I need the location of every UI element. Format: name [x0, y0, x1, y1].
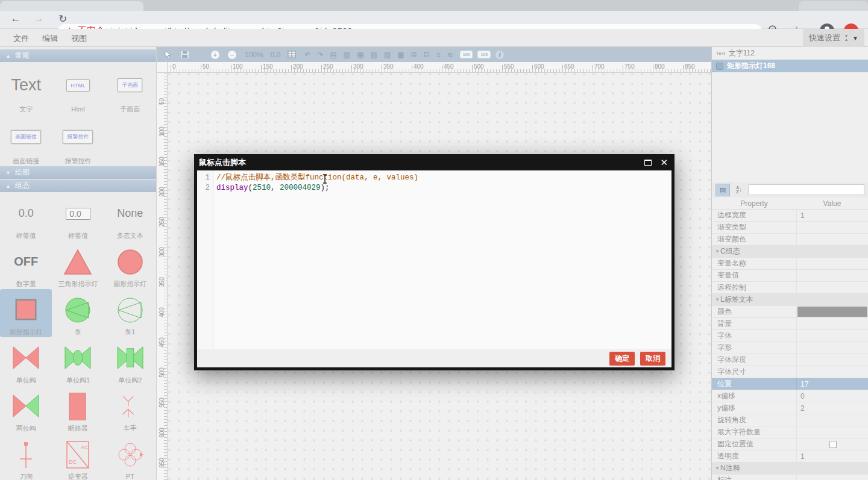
- palette-item[interactable]: 单位阀2: [104, 337, 156, 385]
- zoom-in-icon[interactable]: +: [211, 51, 219, 59]
- property-value[interactable]: [796, 222, 868, 233]
- property-row[interactable]: 字体深度: [712, 354, 868, 366]
- property-value[interactable]: [796, 306, 868, 317]
- select-cursor-icon[interactable]: [164, 50, 172, 59]
- object-list-item[interactable]: 矩形指示灯168: [712, 60, 868, 72]
- property-value[interactable]: [796, 270, 868, 281]
- palette-item[interactable]: 单位阀1: [52, 337, 104, 385]
- chevron-down-icon[interactable]: ▼: [852, 35, 858, 42]
- color-swatch[interactable]: [797, 307, 867, 317]
- palette-item[interactable]: 画面链接画面链接: [0, 114, 52, 166]
- code-editor[interactable]: 12 //鼠标点击脚本,函数类型function(data, e, values…: [197, 170, 671, 349]
- property-value[interactable]: [796, 234, 868, 245]
- property-group-row[interactable]: ▼N注释: [712, 463, 868, 475]
- save-icon[interactable]: [180, 51, 203, 59]
- palette-item[interactable]: HTMLHtml: [52, 63, 104, 114]
- property-row[interactable]: 边框宽度1: [712, 210, 868, 222]
- property-value[interactable]: [796, 366, 868, 378]
- cancel-button[interactable]: 取消: [640, 352, 665, 366]
- browser-tab[interactable]: [0, 1, 143, 11]
- az-sort-button[interactable]: AZ ↓: [732, 184, 746, 196]
- property-row[interactable]: x偏移0: [712, 390, 868, 402]
- forward-icon[interactable]: →: [31, 13, 46, 25]
- property-value[interactable]: [796, 475, 868, 480]
- property-row[interactable]: 变量值: [712, 270, 868, 282]
- property-value[interactable]: 0: [796, 390, 868, 402]
- section-header[interactable]: ▲组态: [0, 179, 156, 192]
- palette-item[interactable]: 子画面子画面: [104, 63, 156, 114]
- canvas-size-badge[interactable]: 100: [460, 51, 473, 58]
- reload-icon[interactable]: ↻: [55, 13, 70, 25]
- canvas-size-badge[interactable]: 100: [477, 51, 491, 58]
- zoom-out-icon[interactable]: −: [228, 51, 236, 59]
- palette-item[interactable]: Text文字: [0, 63, 52, 114]
- property-row[interactable]: 最大字符数量: [712, 426, 868, 438]
- palette-item[interactable]: 圆形指示灯: [104, 241, 156, 289]
- menu-item[interactable]: 文件: [13, 33, 29, 44]
- collapse-panels-icon[interactable]: ▾▴: [845, 34, 848, 42]
- palette-item[interactable]: 两位阀: [0, 385, 52, 434]
- checkbox[interactable]: [829, 441, 837, 448]
- property-value[interactable]: [796, 438, 868, 450]
- palette-item[interactable]: 三角形指示灯: [52, 241, 104, 289]
- property-value[interactable]: 17: [796, 378, 868, 390]
- property-value[interactable]: [796, 414, 868, 426]
- palette-item[interactable]: 0.0标签值: [0, 193, 52, 241]
- back-icon[interactable]: ←: [8, 13, 23, 25]
- property-value[interactable]: 2: [796, 402, 868, 414]
- close-icon[interactable]: ✕: [660, 158, 668, 167]
- property-row[interactable]: 字体尺寸: [712, 366, 868, 378]
- dialog-title-bar[interactable]: 鼠标点击脚本 ✕: [197, 154, 671, 170]
- palette-item[interactable]: 车手: [104, 385, 156, 434]
- property-row[interactable]: 颜色: [712, 306, 868, 318]
- palette-item[interactable]: 断路器: [52, 385, 104, 434]
- property-row[interactable]: 渐变类型: [712, 222, 868, 234]
- browser-tab-secondary[interactable]: [799, 1, 868, 11]
- property-row[interactable]: 字形: [712, 342, 868, 354]
- property-row[interactable]: 变量名称: [712, 258, 868, 270]
- palette-item[interactable]: 0.0标签值: [52, 193, 104, 241]
- palette-item[interactable]: 泵: [52, 289, 104, 337]
- property-row[interactable]: 字体: [712, 330, 868, 342]
- property-row[interactable]: 远程控制: [712, 282, 868, 294]
- menu-item[interactable]: 视图: [71, 33, 87, 44]
- property-group-row[interactable]: ▼C组态: [712, 246, 868, 258]
- property-group-row[interactable]: ▼L标签文本: [712, 294, 868, 306]
- maximize-icon[interactable]: [644, 160, 652, 166]
- property-value[interactable]: [796, 318, 868, 329]
- property-value[interactable]: [796, 258, 868, 269]
- palette-item[interactable]: 单位阀: [0, 337, 52, 385]
- property-value[interactable]: 1: [796, 210, 868, 221]
- quick-settings[interactable]: 快速设置 ▾▴ ▼: [803, 29, 864, 47]
- palette-item[interactable]: None多态文本: [104, 193, 156, 241]
- property-value[interactable]: [796, 426, 868, 438]
- categorize-button[interactable]: ▤: [715, 184, 730, 196]
- menu-item[interactable]: 编辑: [42, 33, 58, 44]
- object-list-item[interactable]: Text文字112: [712, 47, 868, 60]
- palette-item[interactable]: 泵1: [104, 289, 156, 337]
- section-header[interactable]: ▲常规: [0, 49, 156, 62]
- property-value[interactable]: [796, 354, 868, 366]
- palette-item[interactable]: PT: [104, 434, 156, 480]
- property-value[interactable]: [796, 330, 868, 341]
- palette-item[interactable]: 报警控件报警控件: [52, 114, 104, 166]
- property-row[interactable]: 固定位置值: [712, 438, 868, 450]
- property-filter-input[interactable]: [748, 184, 864, 195]
- info-icon[interactable]: i: [495, 51, 504, 59]
- property-row[interactable]: 渐变颜色: [712, 234, 868, 246]
- property-row[interactable]: 旋转角度: [712, 414, 868, 426]
- grid-toggle-icon[interactable]: [288, 51, 296, 58]
- palette-item[interactable]: 矩形指示灯: [0, 289, 52, 337]
- section-header[interactable]: ▼绘图: [0, 166, 156, 179]
- property-value[interactable]: 1: [796, 450, 868, 462]
- property-row[interactable]: 标注: [712, 475, 868, 480]
- property-value[interactable]: [796, 282, 868, 293]
- editor-code[interactable]: //鼠标点击脚本,函数类型function(data, e, values)di…: [213, 170, 671, 349]
- palette-item[interactable]: 刀闸: [0, 434, 52, 480]
- property-row[interactable]: y偏移2: [712, 402, 868, 414]
- palette-item[interactable]: OFF数字量: [0, 241, 52, 289]
- property-row[interactable]: 位置17: [712, 378, 868, 390]
- property-row[interactable]: 透明度1: [712, 450, 868, 463]
- ok-button[interactable]: 确定: [609, 352, 635, 366]
- palette-item[interactable]: ACDC逆变器: [52, 434, 104, 480]
